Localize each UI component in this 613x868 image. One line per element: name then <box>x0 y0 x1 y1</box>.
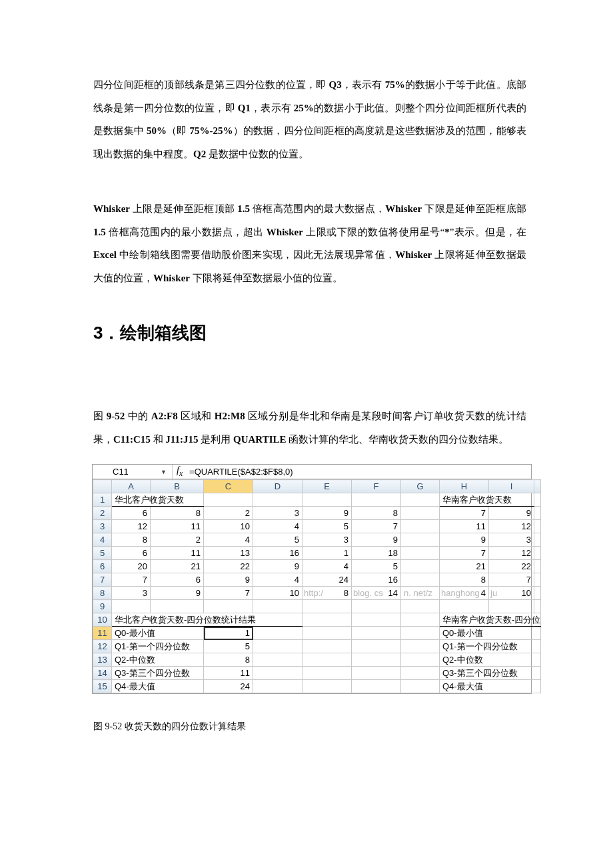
section-heading: 3．绘制箱线图 <box>93 321 526 345</box>
paragraph-3: 图 9-52 中的 A2:F8 区域和 H2:M8 区域分别是华北和华南是某段时… <box>93 405 526 451</box>
formula-text[interactable]: =QUARTILE($A$2:$F$8,0) <box>189 467 293 477</box>
fx-icon[interactable]: fx <box>177 465 183 478</box>
paragraph-2: Whisker 上限是延伸至距框顶部 1.5 倍框高范围内的最大数据点，Whis… <box>93 197 526 289</box>
figure-caption: 图 9-52 收货天数的四分位数计算结果 <box>93 721 526 733</box>
excel-screenshot: C11 ▼ fx =QUARTILE($A$2:$F$8,0) ABCDEFGH… <box>92 464 532 694</box>
table-row: 14Q3-第三个四分位数11Q3-第三个四分位数 <box>93 667 541 680</box>
table-row: 15Q4-最大值24Q4-最大值 <box>93 680 541 693</box>
formula-bar: C11 ▼ fx =QUARTILE($A$2:$F$8,0) <box>93 465 531 479</box>
spreadsheet-grid[interactable]: ABCDEFGHI 1华北客户收货天数华南客户收货天数 268239879 31… <box>93 479 541 693</box>
table-row: 31211104571112 <box>93 520 541 533</box>
table-row: 12Q1-第一个四分位数5Q1-第一个四分位数 <box>93 640 541 653</box>
table-row: 9 <box>93 600 541 613</box>
table-row: 1华北客户收货天数华南客户收货天数 <box>93 493 541 507</box>
dropdown-icon: ▼ <box>161 469 167 475</box>
name-box[interactable]: C11 ▼ <box>93 465 173 479</box>
table-row: 77694241687 <box>93 573 541 587</box>
table-row: 482453993 <box>93 533 541 547</box>
table-row: 62021229452122 <box>93 560 541 573</box>
table-row: 268239879 <box>93 507 541 520</box>
selected-cell: 1 <box>204 627 253 640</box>
table-row: 10华北客户收货天数-四分位数统计结果华南客户收货天数-四分位 <box>93 613 541 627</box>
paragraph-1: 四分位间距框的顶部线条是第三四分位数的位置，即 Q3，表示有 75%的数据小于等… <box>93 73 526 165</box>
table-row: 11Q0-最小值1Q0-最小值 <box>93 627 541 640</box>
table-row: 56111316118712 <box>93 547 541 560</box>
table-row: 839710http:/8blog. cs14n. net/zhanghong4… <box>93 587 541 600</box>
table-row: 13Q2-中位数8Q2-中位数 <box>93 653 541 667</box>
column-headers: ABCDEFGHI <box>93 480 541 493</box>
